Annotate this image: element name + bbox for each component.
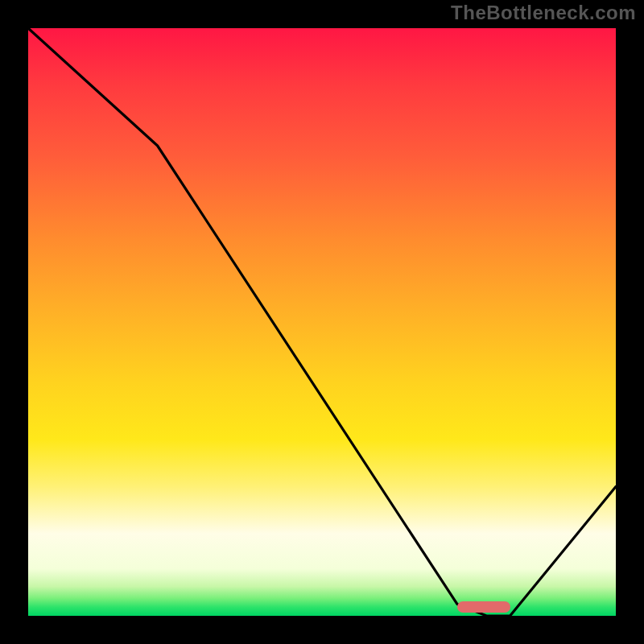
chart-frame: TheBottleneck.com <box>0 0 644 644</box>
bottleneck-curve-path <box>28 28 616 616</box>
plot-area <box>28 28 616 616</box>
curve-svg <box>28 28 616 616</box>
watermark-text: TheBottleneck.com <box>451 2 636 24</box>
optimal-range-marker <box>457 601 510 613</box>
